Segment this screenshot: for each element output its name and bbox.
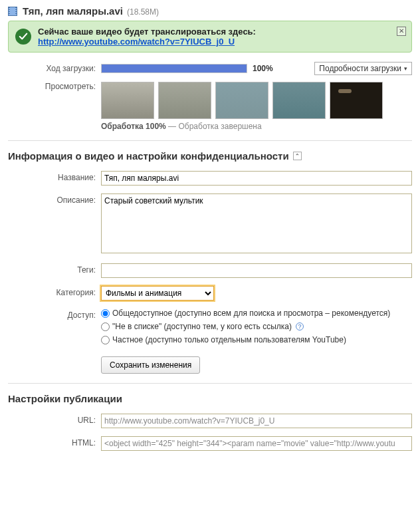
category-select[interactable]: Фильмы и анимация (101, 286, 214, 301)
url-label: URL: (8, 414, 101, 425)
success-link[interactable]: http://www.youtube.com/watch?v=7YIUCB_j0… (38, 37, 256, 47)
access-unlisted-text: "Не в списке" (доступно тем, у кого есть… (112, 322, 292, 331)
section-publish-title: Настройки публикации (8, 393, 412, 404)
chevron-down-icon: ▾ (404, 65, 407, 72)
thumbnail-4[interactable] (272, 82, 326, 119)
access-public[interactable]: Общедоступное (доступно всем для поиска … (101, 309, 412, 318)
separator (8, 140, 412, 141)
name-label: Название: (8, 171, 101, 182)
access-label: Доступ: (8, 309, 101, 320)
upload-progress-row: Ход загрузки: 100% Подробности загрузки … (8, 62, 412, 75)
section-info-title-text: Информация о видео и настройки конфиденц… (8, 150, 289, 162)
file-title: Тяп, ляп маляры.avi (23, 5, 123, 17)
access-private-text: Частное (доступно только отдельным польз… (112, 335, 346, 344)
check-icon (15, 29, 31, 45)
section-publish-title-text: Настройки публикации (8, 393, 122, 404)
progress-bar (101, 64, 247, 73)
close-icon[interactable]: ✕ (397, 27, 406, 36)
file-size: (18.58M) (127, 7, 159, 17)
processing-rest: — Обработка завершена (166, 122, 262, 131)
access-public-radio[interactable] (101, 309, 110, 318)
film-icon (8, 7, 17, 16)
progress-label: Ход загрузки: (8, 64, 101, 73)
access-public-text: Общедоступное (доступно всем для поиска … (112, 309, 390, 318)
access-private[interactable]: Частное (доступно только отдельным польз… (101, 335, 412, 344)
url-output[interactable] (101, 414, 412, 428)
processing-bold: Обработка 100% (101, 122, 166, 131)
thumbnail-5[interactable] (330, 82, 383, 119)
access-private-radio[interactable] (101, 336, 110, 344)
desc-label: Описание: (8, 193, 101, 205)
page-header: Тяп, ляп маляры.avi (18.58M) (8, 5, 412, 17)
thumbnail-3[interactable] (215, 82, 268, 119)
collapse-icon[interactable]: ⌃ (293, 152, 302, 160)
name-input[interactable] (101, 171, 412, 186)
html-output[interactable] (101, 436, 412, 451)
help-icon[interactable]: ? (296, 322, 304, 330)
preview-row: Просмотреть: Обработка 100% — Обработка … (8, 82, 412, 131)
upload-details-label: Подробности загрузки (319, 64, 401, 73)
thumbnail-2[interactable] (158, 82, 211, 119)
processing-status: Обработка 100% — Обработка завершена (101, 122, 412, 131)
thumbnail-1[interactable] (101, 82, 154, 119)
category-label: Категория: (8, 286, 101, 297)
access-unlisted-radio[interactable] (101, 322, 110, 331)
separator-2 (8, 383, 412, 384)
access-unlisted[interactable]: "Не в списке" (доступно тем, у кого есть… (101, 322, 412, 331)
save-button[interactable]: Сохранить изменения (101, 356, 200, 374)
tags-input[interactable] (101, 263, 412, 278)
preview-label: Просмотреть: (8, 82, 101, 91)
success-banner: Сейчас ваше видео будет транслироваться … (8, 21, 412, 53)
success-text: Сейчас ваше видео будет транслироваться … (38, 27, 256, 37)
section-info-title: Информация о видео и настройки конфиденц… (8, 150, 412, 162)
upload-details-toggle[interactable]: Подробности загрузки ▾ (314, 62, 412, 75)
tags-label: Теги: (8, 263, 101, 275)
desc-textarea[interactable]: Старый советский мультик (101, 193, 412, 253)
html-label: HTML: (8, 436, 101, 448)
progress-percent: 100% (253, 64, 273, 73)
